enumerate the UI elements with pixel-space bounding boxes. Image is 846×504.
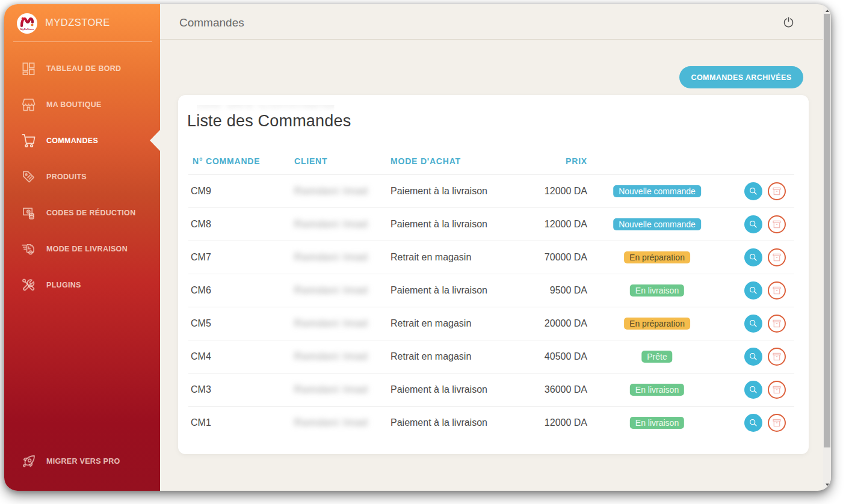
svg-text:MyDzStore: MyDzStore xyxy=(20,28,34,31)
